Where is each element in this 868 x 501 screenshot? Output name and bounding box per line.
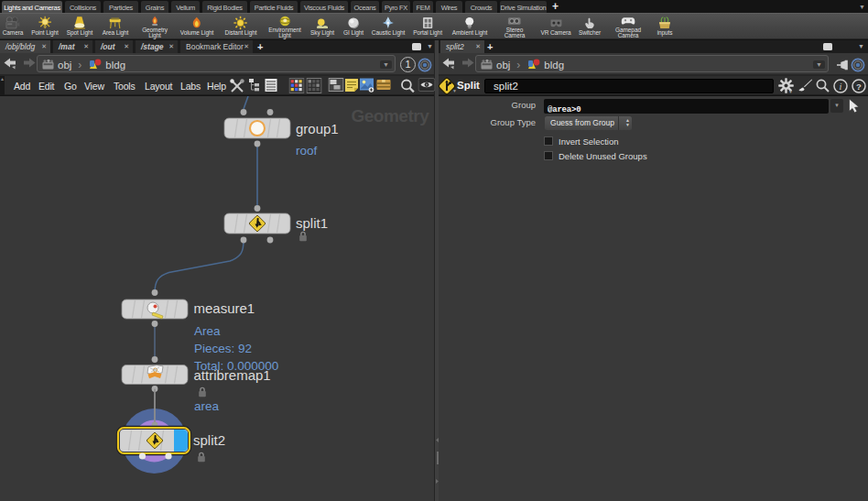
- svg-text:attribremap1: attribremap1: [194, 367, 271, 383]
- svg-text:Area: Area: [194, 324, 221, 338]
- svg-text:i: i: [840, 82, 842, 92]
- svg-text:roof: roof: [296, 144, 318, 158]
- svg-text:Pieces: 92: Pieces: 92: [194, 342, 252, 355]
- svg-text:split1: split1: [296, 215, 328, 231]
- svg-text:area: area: [194, 399, 220, 413]
- svg-text:?: ?: [856, 82, 862, 92]
- svg-text:Geometry: Geometry: [352, 106, 430, 125]
- svg-text:group1: group1: [296, 121, 339, 136]
- svg-text:split2: split2: [193, 432, 225, 448]
- svg-text:measure1: measure1: [194, 300, 255, 316]
